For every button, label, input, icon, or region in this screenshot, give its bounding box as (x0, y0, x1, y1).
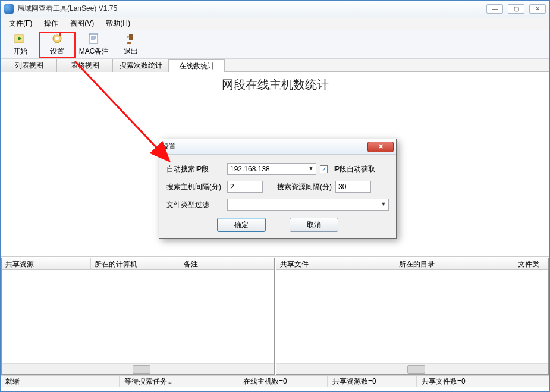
toolbar: 开始 设置 MAC备注 退出 (1, 30, 549, 59)
exit-icon (124, 32, 137, 45)
panel-shared-resources: 共享资源 所在的计算机 备注 (1, 258, 275, 375)
menu-view[interactable]: 视图(V) (64, 17, 100, 30)
gear-icon (51, 32, 64, 45)
start-label: 开始 (13, 46, 27, 57)
col-computer[interactable]: 所在的计算机 (91, 258, 180, 269)
window-controls: — ▢ ✕ (486, 4, 546, 14)
res-interval-label: 搜索资源间隔(分) (277, 182, 332, 192)
col-folder[interactable]: 所在的目录 (395, 258, 514, 269)
tab-table-view[interactable]: 表格视图 (56, 59, 113, 72)
tab-search-stats[interactable]: 搜索次数统计 (112, 59, 169, 72)
svg-rect-3 (59, 33, 61, 36)
title-bar: 局域网查看工具(LanSee) V1.75 — ▢ ✕ (1, 1, 549, 17)
svg-rect-8 (129, 34, 133, 40)
window-title: 局域网查看工具(LanSee) V1.75 (17, 4, 117, 14)
svg-point-2 (55, 37, 59, 40)
dialog-titlebar[interactable]: 设置 ✕ (159, 139, 396, 155)
start-button[interactable]: 开始 (2, 32, 39, 58)
panel-right-scrollbar[interactable] (276, 363, 549, 374)
dialog-title: 设置 (162, 142, 176, 152)
settings-button[interactable]: 设置 (39, 32, 76, 58)
status-files: 共享文件数=0 (417, 376, 549, 387)
scroll-thumb[interactable] (133, 365, 150, 374)
note-icon (87, 32, 100, 45)
chevron-down-icon[interactable]: ▼ (379, 200, 388, 208)
panel-left-body[interactable] (2, 270, 274, 363)
auto-ip-label: 自动搜索IP段 (166, 164, 224, 174)
mac-label: MAC备注 (79, 46, 109, 57)
ip-input[interactable] (227, 163, 316, 175)
host-interval-input[interactable] (227, 181, 263, 193)
host-interval-label: 搜索主机间隔(分) (166, 182, 224, 192)
menu-help[interactable]: 帮助(H) (100, 17, 136, 30)
dialog-body: 自动搜索IP段 ▼ ✓ IP段自动获取 搜索主机间隔(分) 搜索资源间隔(分) … (159, 155, 396, 238)
col-note[interactable]: 备注 (180, 258, 274, 269)
status-ready: 就绪 (1, 376, 120, 387)
status-bar: 就绪 等待搜索任务... 在线主机数=0 共享资源数=0 共享文件数=0 (1, 375, 549, 387)
scroll-thumb[interactable] (407, 365, 425, 374)
maximize-button[interactable]: ▢ (508, 4, 524, 14)
file-filter-input[interactable] (227, 199, 389, 211)
col-share-file[interactable]: 共享文件 (276, 258, 395, 269)
file-filter-combo[interactable]: ▼ (227, 199, 389, 211)
svg-rect-4 (89, 34, 98, 43)
cancel-button[interactable]: 取消 (290, 218, 338, 232)
svg-point-9 (127, 36, 129, 38)
close-icon: ✕ (378, 143, 384, 150)
tab-list-view[interactable]: 列表视图 (1, 59, 57, 72)
chevron-down-icon[interactable]: ▼ (307, 164, 315, 173)
status-hosts: 在线主机数=0 (238, 376, 328, 387)
exit-button[interactable]: 退出 (112, 32, 149, 58)
panel-right-header: 共享文件 所在的目录 文件类 (276, 258, 549, 270)
auto-get-label: IP段自动获取 (333, 164, 375, 174)
panel-right-body[interactable] (276, 270, 549, 363)
settings-label: 设置 (50, 46, 64, 57)
ok-button[interactable]: 确定 (217, 218, 266, 232)
res-interval-input[interactable] (335, 181, 371, 193)
bottom-panels: 共享资源 所在的计算机 备注 共享文件 所在的目录 文件类 (1, 256, 549, 375)
dialog-close-button[interactable]: ✕ (367, 142, 394, 152)
tab-online-stats[interactable]: 在线数统计 (168, 59, 225, 73)
panel-left-header: 共享资源 所在的计算机 备注 (2, 258, 274, 270)
ip-combo[interactable]: ▼ (227, 163, 316, 175)
tab-strip: 列表视图 表格视图 搜索次数统计 在线数统计 (1, 59, 549, 72)
panel-left-scrollbar[interactable] (2, 363, 274, 374)
close-button[interactable]: ✕ (529, 4, 546, 14)
mac-note-button[interactable]: MAC备注 (76, 32, 112, 58)
file-filter-label: 文件类型过滤 (166, 200, 224, 210)
menu-bar: 文件(F) 操作 视图(V) 帮助(H) (1, 17, 549, 30)
status-waiting: 等待搜索任务... (120, 376, 238, 387)
auto-get-checkbox[interactable]: ✓ (320, 165, 328, 173)
settings-dialog: 设置 ✕ 自动搜索IP段 ▼ ✓ IP段自动获取 搜索主机间隔(分) 搜索资源间… (159, 139, 397, 239)
exit-label: 退出 (124, 46, 138, 57)
menu-operate[interactable]: 操作 (38, 17, 64, 30)
status-shares: 共享资源数=0 (328, 376, 417, 387)
chart-title: 网段在线主机数统计 (10, 77, 540, 93)
minimize-button[interactable]: — (486, 4, 503, 14)
col-file-type[interactable]: 文件类 (514, 258, 549, 269)
col-share-resource[interactable]: 共享资源 (2, 258, 91, 269)
play-icon (14, 32, 27, 45)
app-icon (4, 4, 14, 14)
panel-shared-files: 共享文件 所在的目录 文件类 (276, 258, 549, 375)
menu-file[interactable]: 文件(F) (3, 17, 38, 30)
